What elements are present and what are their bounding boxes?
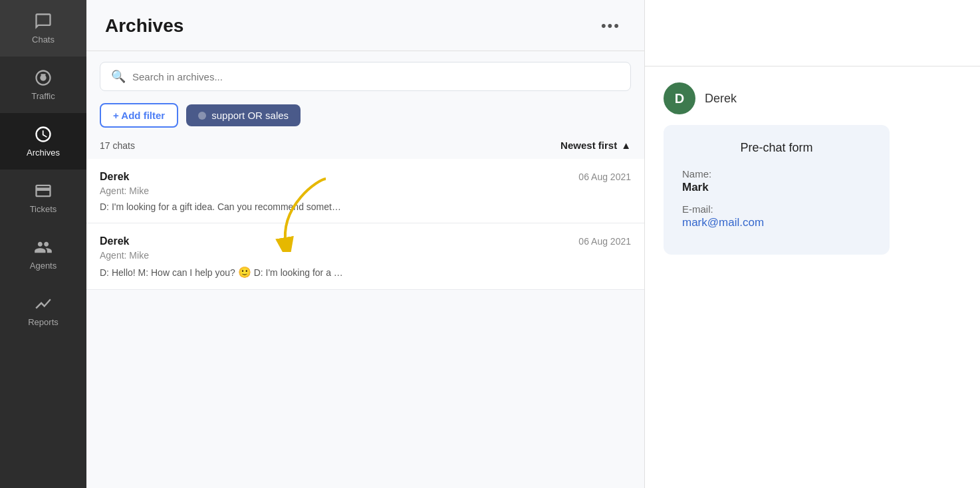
prechat-email-field: E-mail: mark@mail.com (682, 203, 871, 229)
prechat-name-value: Mark (682, 181, 871, 194)
prechat-name-label: Name: (682, 168, 871, 180)
sidebar-item-chats-label: Chats (32, 35, 55, 45)
search-input[interactable] (132, 71, 620, 82)
prechat-email-value: mark@mail.com (682, 216, 871, 229)
chat-item[interactable]: Derek 06 Aug 2021 Agent: Mike D: Hello! … (86, 223, 644, 290)
sidebar-item-reports-label: Reports (28, 317, 59, 327)
tickets-icon (34, 182, 53, 200)
more-options-button[interactable]: ••• (596, 15, 626, 37)
prechat-name-field: Name: Mark (682, 168, 871, 194)
chat-icon (34, 12, 53, 31)
archives-title: Archives (105, 15, 184, 37)
detail-top-bar (645, 0, 980, 66)
prechat-email-label: E-mail: (682, 203, 871, 215)
chat-item[interactable]: Derek 06 Aug 2021 Agent: Mike D: I'm loo… (86, 159, 644, 223)
sidebar-item-tickets[interactable]: Tickets (0, 170, 86, 226)
filter-tag-dot (198, 112, 206, 120)
detail-panel: D Derek Pre-chat form Name: Mark E-mail:… (645, 0, 980, 488)
search-icon: 🔍 (111, 69, 126, 84)
add-filter-button[interactable]: + Add filter (100, 103, 178, 128)
sidebar-item-agents[interactable]: Agents (0, 226, 86, 283)
chat-count: 17 chats (100, 140, 135, 151)
sort-label: Newest first (560, 140, 617, 151)
sidebar-item-traffic[interactable]: Traffic (0, 57, 86, 113)
sidebar-item-reports[interactable]: Reports (0, 283, 86, 339)
avatar: D (664, 82, 695, 114)
sort-button[interactable]: Newest first ▲ (560, 140, 631, 151)
chat-date: 06 Aug 2021 (578, 236, 631, 247)
chat-list: Derek 06 Aug 2021 Agent: Mike D: I'm loo… (86, 159, 644, 488)
chat-item-header: Derek 06 Aug 2021 (100, 235, 631, 247)
reports-icon (34, 295, 53, 313)
sidebar-item-chats[interactable]: Chats (0, 0, 86, 57)
filters-row: + Add filter support OR sales (86, 99, 644, 137)
detail-user-name: Derek (705, 92, 737, 106)
search-container: 🔍 (86, 51, 644, 99)
sort-chevron-icon: ▲ (621, 140, 631, 151)
chat-preview: D: I'm looking for a gift idea. Can you … (100, 201, 631, 212)
chat-agent: Agent: Mike (100, 185, 631, 196)
sidebar-item-traffic-label: Traffic (31, 91, 55, 101)
sidebar-item-agents-label: Agents (30, 261, 57, 271)
filter-tag-label: support OR sales (211, 110, 289, 121)
sidebar: Chats Traffic Archives Tickets Agents Re… (0, 0, 86, 488)
detail-user-row: D Derek (664, 82, 737, 114)
archives-icon (34, 125, 53, 144)
chat-preview: D: Hello! M: How can I help you? 🙂 D: I'… (100, 266, 631, 279)
chat-name: Derek (100, 235, 129, 247)
sidebar-item-archives[interactable]: Archives (0, 113, 86, 170)
chat-date: 06 Aug 2021 (578, 172, 631, 182)
detail-content: D Derek Pre-chat form Name: Mark E-mail:… (645, 66, 980, 271)
chat-item-header: Derek 06 Aug 2021 (100, 171, 631, 183)
chat-agent: Agent: Mike (100, 250, 631, 261)
archives-header: Archives ••• (86, 0, 644, 51)
chat-meta-row: 17 chats Newest first ▲ (86, 137, 644, 159)
traffic-icon (34, 68, 53, 87)
active-filter-tag[interactable]: support OR sales (186, 104, 301, 126)
sidebar-item-tickets-label: Tickets (30, 204, 57, 214)
prechat-title: Pre-chat form (682, 141, 871, 155)
svg-point-0 (40, 74, 46, 80)
chat-name: Derek (100, 171, 129, 183)
prechat-card: Pre-chat form Name: Mark E-mail: mark@ma… (664, 125, 890, 255)
agents-icon (34, 238, 53, 257)
archives-panel: Archives ••• 🔍 + Add filter support OR s… (86, 0, 645, 488)
sidebar-item-archives-label: Archives (27, 148, 60, 158)
search-box: 🔍 (100, 62, 631, 91)
